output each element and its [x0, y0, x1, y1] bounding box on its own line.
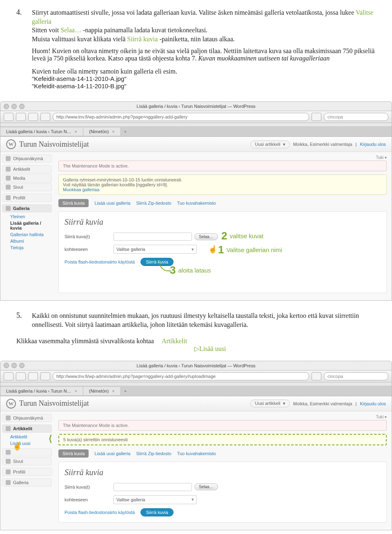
sidebar-posts[interactable]: Artikkelit: [2, 425, 52, 433]
triangle-icon: ▷: [194, 345, 199, 352]
feed-button[interactable]: [312, 113, 321, 121]
sidebar-posts[interactable]: Artikkelit: [2, 165, 52, 173]
pin-icon: [6, 426, 11, 431]
step4-para: Siirryt automaattisesti sivulle, jossa v…: [32, 8, 380, 43]
screenshot-1: Lisää galleria / kuvia ‹ Turun Naisvoimi…: [0, 101, 392, 301]
file-input[interactable]: [114, 232, 192, 241]
tab-import[interactable]: Tuo kuvahakemisto: [177, 451, 216, 456]
tab-zip[interactable]: Siirrä Zip-tiedosto: [136, 451, 171, 456]
sidebar-profile[interactable]: Profiili: [2, 194, 52, 202]
tab-new-gallery[interactable]: Lisää uusi galleria: [94, 201, 130, 206]
browser-tab-2[interactable]: (Nimetön)×: [83, 127, 121, 136]
filenames-block: Kuvien tulee olla nimetty samoin kuin ga…: [32, 68, 380, 90]
sidebar-galleria-album[interactable]: Albumi: [0, 238, 53, 244]
traffic-light-min[interactable]: [11, 104, 17, 109]
t: cincopa: [327, 374, 343, 379]
sidebar-galleria[interactable]: Galleria: [2, 478, 52, 487]
reload-button[interactable]: [28, 113, 38, 121]
sidebar-dashboard[interactable]: Ohjausnäkymä: [2, 414, 52, 422]
new-tab-button[interactable]: +: [121, 129, 130, 134]
upload-button[interactable]: Siirrä kuvia: [140, 508, 173, 516]
wp-site-title[interactable]: W Turun Naisvoimistelijat: [6, 399, 89, 409]
t: Valitse galleria: [116, 497, 145, 502]
new-post-button[interactable]: Uusi artikkeli ▾: [250, 400, 290, 407]
sidebar-galleria-about[interactable]: Tietoja: [0, 244, 53, 251]
traffic-light-min[interactable]: [11, 363, 17, 368]
browser-tab-1[interactable]: Lisää galleria / kuvia ‹ Turun N…×: [0, 387, 83, 395]
sidebar-galleria[interactable]: Galleria: [2, 204, 52, 212]
logout-link[interactable]: Kirjaudu ulos: [360, 142, 386, 147]
new-tab-button[interactable]: +: [121, 389, 130, 393]
t: aloita lataus: [178, 267, 211, 274]
t: Valitse gallerian nimi: [226, 246, 282, 253]
tab-close-icon[interactable]: ×: [112, 389, 114, 393]
label-target: kohteeseen: [65, 497, 114, 502]
t: Media: [13, 176, 25, 181]
t: Lisää galleria / kuvia ‹ Turun N…: [6, 389, 71, 393]
traffic-light-close[interactable]: [4, 363, 9, 368]
pin-icon: [6, 167, 11, 172]
url-bar[interactable]: http://www.tnv.fi/wp-admin/admin.php?pag…: [53, 113, 309, 121]
filename-2: "Kefeidit-asema-14-11-2010-B.jpg": [32, 83, 127, 89]
sidebar-dashboard[interactable]: Ohjausnäkymä: [2, 154, 52, 163]
feed-button[interactable]: [312, 372, 321, 380]
home-button[interactable]: [40, 113, 50, 121]
sidebar-media[interactable]: Media: [2, 174, 52, 182]
t: (Nimetön): [89, 389, 109, 393]
tab-close-icon[interactable]: ×: [75, 389, 77, 393]
reload-button[interactable]: [28, 372, 38, 380]
label-target: kohteeseen: [65, 247, 114, 252]
pointer-icon: [13, 442, 20, 451]
sidebar-posts-new[interactable]: Lisää uusi: [0, 440, 53, 447]
sidebar-pages[interactable]: Sivut: [2, 457, 52, 465]
disable-flash-link[interactable]: Poista flash-tiedostonsiirto käytöstä: [65, 259, 135, 264]
sidebar-profile[interactable]: Profiili: [2, 468, 52, 476]
sidebar-posts-all[interactable]: Artikkelit: [0, 433, 53, 440]
browse-button[interactable]: Selaa…: [194, 233, 218, 240]
url-bar[interactable]: http://www.tnv.fi/wp-admin/admin.php?pag…: [53, 372, 309, 380]
search-field[interactable]: cincopa: [324, 372, 388, 380]
tab-close-icon[interactable]: ×: [75, 129, 77, 134]
back-button[interactable]: [4, 113, 13, 121]
t: Siirryt automaattisesti sivulle, jossa v…: [32, 9, 356, 16]
sidebar-galleria-general[interactable]: Yleinen: [0, 213, 53, 220]
tab-import[interactable]: Tuo kuvahakemisto: [177, 201, 216, 206]
file-input[interactable]: [114, 483, 192, 491]
wp-site-title[interactable]: W Turun Naisvoimistelijat: [6, 139, 89, 149]
step5-number: 5.: [16, 311, 32, 329]
traffic-light-zoom[interactable]: [19, 104, 24, 109]
step5-para: Kaikki on onnistunut suunnitelmien mukaa…: [32, 311, 380, 329]
browse-button[interactable]: Selaa…: [194, 483, 218, 490]
back-button[interactable]: [4, 372, 13, 380]
tab-upload[interactable]: Siirrä kuvia: [58, 199, 89, 207]
help-tab[interactable]: Tuki ▾: [58, 415, 387, 420]
logout-link[interactable]: Kirjaudu ulos: [360, 401, 386, 406]
tab-new-gallery[interactable]: Lisää uusi galleria: [94, 451, 130, 456]
home-button[interactable]: [40, 372, 50, 380]
t: Uusi artikkeli: [255, 401, 280, 406]
sidebar-galleria-manage[interactable]: Gallerian hallinta: [0, 231, 53, 238]
disable-flash-link[interactable]: Poista flash-tiedostonsiirto käytöstä: [65, 510, 135, 515]
browser-tab-2[interactable]: (Nimetön)×: [83, 387, 121, 395]
t: Uusi artikkeli: [255, 142, 280, 147]
tab-close-icon[interactable]: ×: [112, 129, 114, 134]
new-post-button[interactable]: Uusi artikkeli ▾: [250, 141, 290, 148]
t: Ohjausnäkymä: [13, 156, 43, 161]
browser-tab-1[interactable]: Lisää galleria / kuvia ‹ Turun N…×: [0, 127, 83, 136]
help-tab[interactable]: Tuki ▾: [58, 155, 387, 161]
forward-button[interactable]: [16, 372, 26, 380]
sidebar-pages[interactable]: Sivut: [2, 183, 52, 191]
traffic-light-close[interactable]: [4, 104, 9, 109]
traffic-light-zoom[interactable]: [19, 363, 24, 368]
sidebar-galleria-add[interactable]: Lisää galleria / kuvia: [0, 220, 53, 231]
search-field[interactable]: cincopa: [324, 113, 388, 121]
callout-1: 1Valitse gallerian nimi: [208, 244, 282, 256]
forward-button[interactable]: [16, 113, 26, 121]
tab-zip[interactable]: Siirrä Zip-tiedosto: [136, 201, 171, 206]
sidebar-media[interactable]: Media: [2, 448, 52, 456]
user-icon: [6, 195, 11, 200]
gallery-select[interactable]: Valitse galleria: [114, 495, 197, 504]
tab-upload[interactable]: Siirrä kuvia: [58, 449, 89, 458]
edit-gallery-link[interactable]: Muokkaa galleriaa: [63, 187, 99, 192]
gallery-select[interactable]: Valitse galleria: [114, 245, 197, 254]
